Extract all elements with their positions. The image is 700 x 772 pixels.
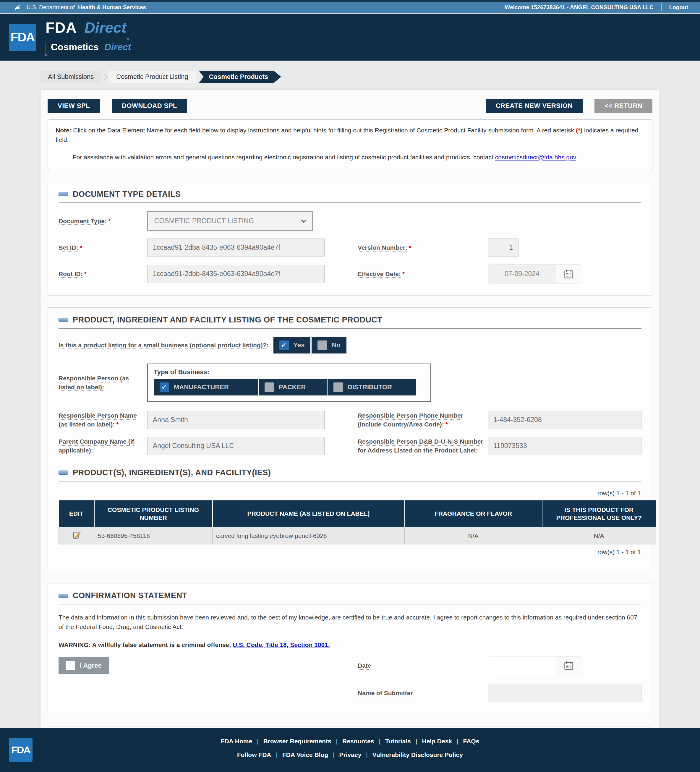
footer-link-follow-fda[interactable]: Follow FDA [237,751,271,758]
hhs-eagle-icon [14,3,23,12]
calendar-icon[interactable] [556,265,581,283]
distributor-checkbox[interactable] [334,383,343,392]
confirmation-statement-section: CONFIRMATION STATEMENT The data and info… [47,583,653,714]
product-listing-section: PRODUCT, INGREDIENT AND FACILITY LISTING… [47,307,653,572]
confirmation-date-group [488,656,581,675]
parent-company-input[interactable] [147,437,325,455]
assistance-paragraph: For assistance with validation errors an… [56,152,644,162]
footer-separator: | [366,751,368,758]
subbrand-accent: Direct [105,42,131,52]
logout-link[interactable]: Logout [669,4,688,11]
rp-phone-input[interactable] [488,411,641,429]
rp-name-input[interactable] [147,411,325,429]
effective-date-label: Effective Date:* [358,270,488,278]
manufacturer-checkbox[interactable] [160,383,169,392]
breadcrumb-cosmetic-product-listing[interactable]: Cosmetic Product Listing [108,70,196,83]
i-agree-checkbox[interactable] [65,661,75,670]
footer-separator: | [379,738,380,744]
collapse-icon[interactable] [59,471,68,475]
required-asterisk: * [445,421,448,428]
create-new-version-button[interactable]: CREATE NEW VERSION [486,99,583,113]
agree-date-row: I Agree Date [59,656,641,675]
view-spl-button[interactable]: VIEW SPL [47,99,100,113]
duns-input[interactable] [488,437,641,455]
brand-lockup: FDA Direct Cosmetics Direct [46,19,131,56]
submitter-input[interactable] [488,684,641,702]
department-prefix: U.S. Department of [26,4,75,10]
submitter-row: Name of Submitter [59,684,641,702]
small-business-no-option[interactable]: No [312,337,346,353]
return-button[interactable]: << RETURN [594,99,653,113]
submitter-label: Name of Submitter [358,689,488,697]
fda-footer-logo-text: FDA [11,744,30,756]
set-id-input[interactable] [147,239,325,257]
footer-separator: | [415,738,417,744]
section-header: PRODUCT, INGREDIENT AND FACILITY LISTING… [59,316,641,329]
type-of-business-box: Type of Business: MANUFACTURER PACKER DI… [147,363,431,402]
required-asterisk: * [80,244,82,251]
section-title: CONFIRMATION STATEMENT [73,591,187,600]
collapse-icon[interactable] [59,318,68,322]
footer-link-help-desk[interactable]: Help Desk [422,738,452,744]
top-border-strip [0,0,700,2]
warning-line: WARNING: A willfully false statement is … [59,641,641,648]
download-spl-button[interactable]: DOWNLOAD SPL [112,99,187,113]
form-row: Document Type:* COSMETIC PRODUCT LISTING [59,211,641,231]
small-business-yes-option[interactable]: Yes [273,337,311,353]
required-asterisk: * [84,270,87,277]
yes-checkbox[interactable] [280,340,289,350]
product-name-column-header: PRODUCT NAME (AS LISTED ON LABEL) [213,500,405,527]
duns-label: Responsible Person D&B D-U-N-S Number fo… [358,437,488,455]
warning-text: WARNING: A willfully false statement is … [59,641,233,648]
i-agree-toggle[interactable]: I Agree [59,657,109,674]
rp-name-label: Responsible Person Name (as listed on la… [59,411,147,429]
confirmation-date-input[interactable] [488,656,556,675]
subbrand-title: Cosmetics Direct [46,42,131,56]
version-number-input[interactable] [488,239,518,257]
row-count-bottom: row(s) 1 - 1 of 1 [59,549,641,556]
footer-link-fda-home[interactable]: FDA Home [221,738,252,744]
document-type-select[interactable]: COSMETIC PRODUCT LISTING [147,211,313,231]
required-asterisk: * [116,421,119,428]
footer-link-vulnerability-disclosure[interactable]: Vulnerability Disclosure Policy [373,751,463,758]
professional-use-cell: N/A [542,527,656,545]
note-paragraph: Note: Click on the Data Element Name for… [56,126,644,144]
no-checkbox[interactable] [317,340,327,350]
responsible-person-label: Responsible Person (as listed on label): [59,374,147,391]
distributor-option[interactable]: DISTRIBUTOR [327,379,416,396]
cosmetics-direct-email-link[interactable]: cosmeticsdirect@fda.hhs.gov [495,154,576,160]
distributor-label: DISTRIBUTOR [348,383,392,391]
small-business-row: Is this a product listing for a small bu… [59,337,641,353]
footer-separator: | [336,738,338,744]
i-agree-label: I Agree [80,662,102,669]
document-type-label: Document Type:* [59,217,147,225]
effective-date-input[interactable] [488,265,556,283]
footer-link-privacy[interactable]: Privacy [339,751,361,758]
edit-pencil-icon[interactable] [72,530,81,540]
breadcrumb-chevron-icon [101,74,108,80]
section-header: CONFIRMATION STATEMENT [59,591,641,604]
breadcrumb-cosmetic-products: Cosmetic Products [199,70,281,83]
fragrance-cell: N/A [405,527,542,545]
footer-link-fda-voice-blog[interactable]: FDA Voice Blog [282,751,328,758]
breadcrumb-all-submissions[interactable]: All Submissions [40,70,101,83]
small-business-choice-group: Yes No [273,337,347,353]
government-bar: U.S. Department of Health & Human Servic… [0,2,700,13]
collapse-icon[interactable] [59,192,68,196]
packer-option[interactable]: PACKER [258,379,327,396]
app-header: FDA FDA Direct Cosmetics Direct [0,14,700,61]
footer-link-resources[interactable]: Resources [342,738,374,744]
us-code-link[interactable]: U.S. Code, Title 18, Section 1001. [233,641,330,648]
footer-link-browser-requirements[interactable]: Browser Requirements [263,738,331,744]
footer-link-tutorials[interactable]: Tutorials [385,738,411,744]
footer-link-faqs[interactable]: FAQs [463,738,479,744]
root-id-input[interactable] [147,265,325,283]
packer-checkbox[interactable] [265,383,274,392]
products-subsection-header: PRODUCT(S), INGREDIENT(S), AND FACILITY(… [59,468,641,481]
manufacturer-option[interactable]: MANUFACTURER [154,379,258,396]
no-label: No [332,341,340,349]
collapse-icon[interactable] [59,594,68,598]
root-id-label: Root ID:* [59,270,147,278]
calendar-icon[interactable] [556,656,581,675]
breadcrumb: All Submissions Cosmetic Product Listing… [40,70,700,83]
